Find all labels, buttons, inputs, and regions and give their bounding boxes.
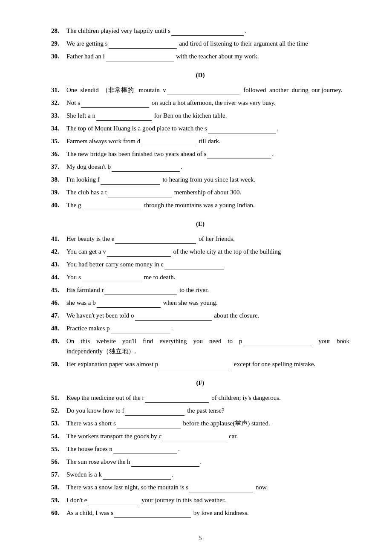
- q-num-40: 40.: [51, 200, 66, 210]
- q-num-56: 56.: [51, 457, 66, 467]
- blank-49[interactable]: [243, 346, 311, 346]
- question-49: 49. On this website you'll find everythi…: [51, 336, 349, 356]
- blank-32[interactable]: [81, 107, 149, 108]
- q-text-33: She left a n for Ben on the kitchen tabl…: [66, 110, 349, 121]
- blank-30[interactable]: [106, 61, 174, 61]
- q-num-45: 45.: [51, 285, 66, 295]
- question-45: 45. His farmland r to the river.: [51, 285, 349, 295]
- blank-31[interactable]: [167, 95, 239, 95]
- blank-39[interactable]: [108, 197, 172, 197]
- q-text-44: You s me to death.: [66, 272, 349, 282]
- q-text-39: The club has a t membership of about 300…: [66, 187, 349, 197]
- question-36: 36. The new bridge has been finished two…: [51, 149, 349, 159]
- q-num-59: 59.: [51, 495, 66, 505]
- question-46: 46. she was a b when she was young.: [51, 298, 349, 308]
- question-42: 42. You can get a v of the whole city at…: [51, 246, 349, 257]
- q-num-54: 54.: [51, 431, 66, 441]
- blank-53[interactable]: [117, 428, 181, 428]
- question-54: 54. The workers transport the goods by c…: [51, 431, 349, 441]
- blank-28[interactable]: [171, 35, 244, 36]
- blank-37[interactable]: [112, 171, 180, 172]
- blank-54[interactable]: [162, 441, 226, 441]
- blank-56[interactable]: [131, 466, 199, 467]
- q-text-40: The g through the mountains was a young …: [66, 200, 349, 210]
- question-31: 31. One slendid （非常棒的 moutain v followed…: [51, 85, 349, 95]
- blank-44[interactable]: [82, 282, 141, 282]
- question-55: 55. The house faces n.: [51, 444, 349, 454]
- q-text-50: Her explanation paper was almost p excep…: [66, 359, 349, 369]
- q-text-54: The workers transport the goods by c car…: [66, 431, 349, 441]
- blank-35[interactable]: [141, 146, 196, 146]
- blank-36[interactable]: [207, 159, 271, 159]
- question-40: 40. The g through the mountains was a yo…: [51, 200, 349, 210]
- question-30: 30. Father had an i with the teacher abo…: [51, 51, 349, 61]
- blank-45[interactable]: [104, 295, 177, 295]
- question-48: 48. Practice makes p.: [51, 323, 349, 333]
- q-num-35: 35.: [51, 136, 66, 146]
- question-43: 43. You had better carry some money in c: [51, 259, 349, 269]
- q-text-52: Do you know how to f the past tense?: [66, 405, 349, 416]
- q-text-45: His farmland r to the river.: [66, 285, 349, 295]
- blank-59[interactable]: [88, 505, 139, 505]
- blank-60[interactable]: [114, 517, 191, 518]
- q-num-29: 29.: [51, 38, 66, 49]
- question-35: 35. Farmers always work from d till dark…: [51, 136, 349, 146]
- blank-51[interactable]: [145, 402, 209, 403]
- question-29: 29. We are getting s and tired of listen…: [51, 38, 349, 49]
- question-32: 32. Not s on such a hot afternoon, the r…: [51, 98, 349, 108]
- blank-42[interactable]: [107, 256, 171, 257]
- q-text-32: Not s on such a hot afternoon, the river…: [66, 98, 349, 108]
- blank-47[interactable]: [135, 320, 212, 321]
- section-d-header: (D): [51, 72, 349, 79]
- question-53: 53. There was a short s before the appla…: [51, 418, 349, 428]
- blank-52[interactable]: [125, 415, 184, 416]
- blank-29[interactable]: [109, 48, 177, 49]
- q-num-48: 48.: [51, 323, 66, 333]
- blank-46[interactable]: [97, 307, 161, 308]
- q-num-30: 30.: [51, 51, 66, 61]
- q-text-28: The children playied very happily until …: [66, 26, 349, 36]
- q-text-48: Practice makes p.: [66, 323, 349, 333]
- blank-50[interactable]: [159, 369, 231, 369]
- question-58: 58. There was a snow last night, so the …: [51, 482, 349, 492]
- blank-58[interactable]: [189, 492, 253, 492]
- q-text-49: On this website you'll find everything y…: [66, 336, 349, 356]
- question-56: 56. The sun rose above the h.: [51, 457, 349, 467]
- question-59: 59. I don't e your journey in this bad w…: [51, 495, 349, 505]
- q-num-47: 47.: [51, 310, 66, 321]
- q-text-36: The new bridge has been finished two yea…: [66, 149, 349, 159]
- blank-41[interactable]: [115, 243, 196, 244]
- blank-43[interactable]: [164, 269, 224, 269]
- q-text-30: Father had an i with the teacher about m…: [66, 51, 349, 61]
- blank-34[interactable]: [208, 133, 276, 133]
- q-text-41: Her beauty is the e of her friends.: [66, 234, 349, 244]
- q-text-46: she was a b when she was young.: [66, 298, 349, 308]
- q-text-42: You can get a v of the whole city at the…: [66, 246, 349, 257]
- blank-40[interactable]: [82, 210, 142, 210]
- q-text-57: Sweden is a k.: [66, 469, 349, 480]
- blank-57[interactable]: [103, 479, 171, 480]
- q-text-31: One slendid （非常棒的 moutain v followed ano…: [66, 85, 349, 95]
- q-num-46: 46.: [51, 298, 66, 308]
- section-e-header: (E): [51, 220, 349, 228]
- question-60: 60. As a child, I was s by love and kind…: [51, 508, 349, 518]
- q-num-28: 28.: [51, 26, 66, 36]
- q-num-49: 49.: [51, 336, 66, 356]
- q-num-53: 53.: [51, 418, 66, 428]
- blank-48[interactable]: [111, 333, 170, 333]
- question-51: 51. Keep the medicine out of the r of ch…: [51, 393, 349, 403]
- blank-55[interactable]: [113, 454, 177, 454]
- q-num-33: 33.: [51, 110, 66, 121]
- q-num-52: 52.: [51, 405, 66, 416]
- q-num-36: 36.: [51, 149, 66, 159]
- blank-38[interactable]: [101, 184, 160, 185]
- blank-33[interactable]: [96, 120, 152, 121]
- question-41: 41. Her beauty is the e of her friends.: [51, 234, 349, 244]
- question-52: 52. Do you know how to f the past tense?: [51, 405, 349, 416]
- q-num-51: 51.: [51, 393, 66, 403]
- page-number: 5: [51, 535, 349, 542]
- q-text-38: I'm looking f to hearing from you since …: [66, 174, 349, 185]
- q-num-50: 50.: [51, 359, 66, 369]
- q-num-57: 57.: [51, 469, 66, 480]
- q-num-42: 42.: [51, 246, 66, 257]
